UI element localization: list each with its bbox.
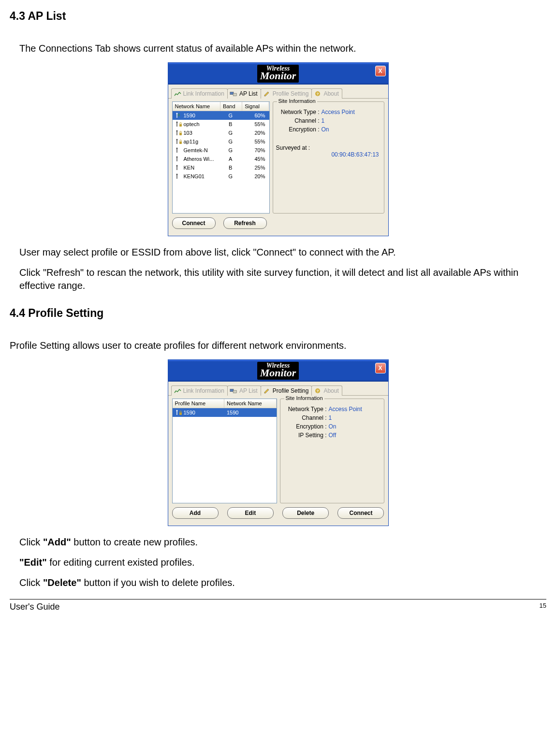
svg-rect-8	[179, 124, 182, 127]
tab-label: AP List	[239, 387, 258, 394]
ip-setting-value: Off	[329, 432, 337, 439]
tab-strip: Link Information AP List Profile Setting…	[168, 382, 388, 396]
ap-icon	[175, 147, 183, 154]
tab-label: Profile Setting	[273, 387, 309, 394]
tab-label: Link Information	[183, 90, 224, 97]
ap-list-header: Network Name Band Signal	[173, 102, 269, 111]
ap-name: KEN	[184, 165, 195, 171]
tab-about[interactable]: ? About	[311, 88, 342, 99]
ap-band: G	[219, 138, 242, 145]
ap-list-body: 1590G60%optechB55%103G20%ap11gG55%Gemtek…	[173, 111, 269, 213]
svg-point-20	[176, 165, 177, 167]
svg-text:?: ?	[317, 92, 319, 96]
ap-signal: 60%	[242, 112, 269, 119]
text: Click	[19, 537, 43, 547]
refresh-button[interactable]: Refresh	[223, 217, 267, 229]
add-button[interactable]: Add	[172, 507, 219, 519]
tab-label: AP List	[239, 90, 258, 97]
tab-link-information[interactable]: Link Information	[171, 88, 228, 99]
col-profile-name[interactable]: Profile Name	[173, 399, 225, 408]
ap-signal: 20%	[242, 129, 269, 136]
table-row[interactable]: optechB55%	[173, 120, 269, 128]
network-type-label: Network Type :	[283, 406, 329, 413]
ap-icon	[175, 156, 183, 162]
ap-name: ap11g	[184, 139, 199, 144]
encryption-value: On	[322, 126, 329, 133]
ap-icon	[175, 129, 183, 136]
tab-ap-list[interactable]: AP List	[227, 385, 261, 396]
button-row: Connect Refresh	[168, 217, 388, 236]
site-info-legend: Site Information	[284, 395, 324, 401]
table-row[interactable]: ap11gG55%	[173, 137, 269, 146]
col-network-name[interactable]: Network Name	[224, 399, 277, 408]
col-band[interactable]: Band	[220, 102, 242, 111]
tab-link-information[interactable]: Link Information	[171, 385, 228, 396]
connect-button[interactable]: Connect	[337, 507, 384, 519]
table-row[interactable]: 15901590	[173, 408, 277, 417]
info-row: Channel : 1	[283, 414, 381, 421]
svg-rect-1	[233, 93, 236, 96]
ap-name: Atheros Wi...	[184, 156, 214, 162]
signal-icon	[174, 387, 181, 394]
table-row[interactable]: Gemtek-NG70%	[173, 146, 269, 155]
edit-button[interactable]: Edit	[227, 507, 274, 519]
tab-profile-setting[interactable]: Profile Setting	[261, 385, 312, 396]
tab-ap-list[interactable]: AP List	[227, 88, 261, 99]
window-body: Network Name Band Signal 1590G60%optechB…	[168, 98, 388, 217]
text: button if you wish to delete profiles.	[81, 577, 235, 588]
logo-line2: Monitor	[260, 71, 296, 81]
page-footer: User's Guide 15	[10, 599, 546, 612]
ap-band: A	[219, 156, 242, 162]
wireless-monitor-window-profile: Wireless Monitor X Link Information AP L…	[168, 359, 389, 526]
info-row: Network Type : Access Point	[283, 406, 381, 413]
table-row[interactable]: KENB25%	[173, 163, 269, 172]
svg-point-28	[176, 410, 177, 412]
svg-point-7	[176, 122, 177, 123]
ap-band: G	[219, 129, 242, 136]
close-button[interactable]: X	[375, 66, 386, 76]
network-type-value: Access Point	[322, 109, 355, 115]
ap-signal: 25%	[242, 164, 269, 171]
col-signal[interactable]: Signal	[242, 102, 269, 111]
bold-add: "Add"	[43, 537, 71, 547]
connect-button[interactable]: Connect	[172, 217, 216, 229]
tab-label: About	[323, 387, 338, 394]
info-row: Encryption : On	[283, 423, 381, 430]
site-information-panel: Site Information Network Type : Access P…	[273, 101, 384, 214]
app-logo: Wireless Monitor	[257, 362, 299, 380]
table-row[interactable]: 103G20%	[173, 128, 269, 137]
computers-icon	[230, 90, 237, 97]
encryption-label: Encryption :	[283, 423, 329, 430]
ap-signal: 45%	[242, 156, 269, 162]
tab-about[interactable]: ? About	[311, 385, 342, 396]
ap-band: G	[219, 147, 242, 154]
tab-profile-setting[interactable]: Profile Setting	[261, 88, 312, 99]
close-button[interactable]: X	[375, 363, 386, 373]
profile-list-body: 15901590	[173, 408, 277, 503]
pencil-icon	[263, 387, 271, 394]
svg-rect-11	[179, 133, 182, 135]
svg-point-18	[176, 157, 177, 158]
info-row: IP Setting : Off	[283, 432, 381, 439]
section43-intro: The Connections Tab shows current status…	[19, 42, 546, 55]
col-network-name[interactable]: Network Name	[173, 102, 220, 111]
section44-post2: "Edit" for editing current existed profi…	[19, 556, 546, 569]
table-row[interactable]: 1590G60%	[173, 111, 269, 120]
ip-setting-label: IP Setting :	[283, 432, 329, 439]
logo-line2: Monitor	[260, 369, 296, 378]
info-row: Network Type : Access Point	[276, 109, 381, 115]
ap-list-table: Network Name Band Signal 1590G60%optechB…	[172, 101, 270, 214]
section44-post1: Click "Add" button to create new profile…	[19, 536, 546, 549]
profile-list-header: Profile Name Network Name	[173, 399, 277, 408]
delete-button[interactable]: Delete	[282, 507, 329, 519]
svg-point-10	[176, 130, 177, 132]
text: button to create new profiles.	[71, 537, 198, 547]
profile-icon	[175, 409, 183, 416]
bold-edit: "Edit"	[19, 557, 47, 568]
tab-label: Profile Setting	[273, 90, 309, 97]
encryption-label: Encryption :	[276, 126, 322, 133]
channel-label: Channel :	[276, 117, 322, 124]
table-row[interactable]: KENG01G20%	[173, 172, 269, 181]
app-logo: Wireless Monitor	[257, 65, 299, 83]
table-row[interactable]: Atheros Wi...A45%	[173, 155, 269, 163]
